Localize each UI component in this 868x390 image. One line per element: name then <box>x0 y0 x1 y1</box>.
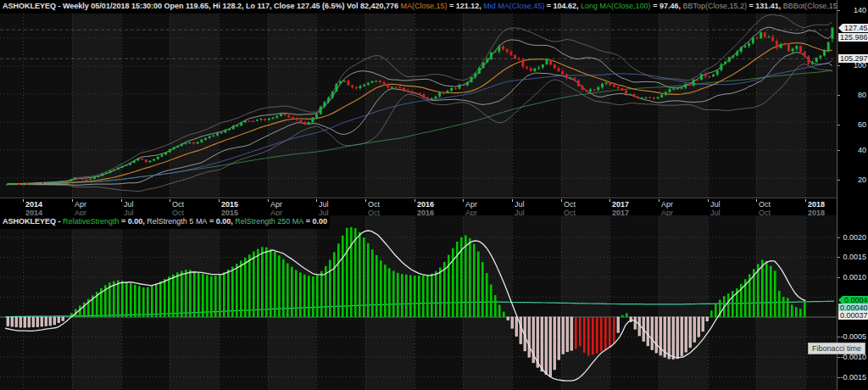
legend-segment: RelStrength 5 MA <box>147 217 207 226</box>
x-axis-label: Apr <box>270 200 282 209</box>
price-marker-box: 105.297 <box>838 54 868 63</box>
x-axis-tickmark <box>316 199 317 202</box>
x-axis-label: Jul <box>319 200 329 209</box>
x-axis-label-dim: 2017 <box>612 209 629 215</box>
x-axis-tickmark <box>170 199 170 202</box>
x-axis-tickmark <box>708 199 709 202</box>
x-axis-tickmark <box>659 199 659 202</box>
grid-layer <box>0 14 837 198</box>
x-axis-tickmark <box>805 199 806 202</box>
x-axis-label: 2016 <box>417 200 434 209</box>
indicator-chart-canvas <box>0 214 837 390</box>
x-axis-label: Oct <box>759 200 771 209</box>
x-axis-label-dim: Apr <box>465 209 477 215</box>
price-axis-tick: 60 <box>837 121 866 129</box>
price-chart-plot[interactable] <box>0 14 837 198</box>
x-axis-label-dim: Jul <box>710 209 721 215</box>
x-axis-label: Apr <box>465 200 477 209</box>
x-axis-label-dim: 2014 <box>25 209 42 215</box>
x-axis-label-dim: Apr <box>75 209 86 215</box>
x-axis-label-dim: Oct <box>368 209 380 215</box>
legend-segment: = 0.00 <box>303 217 327 226</box>
x-axis-tickmark <box>365 199 366 202</box>
time-axis[interactable]: 2014AprJulOct2015AprJulOct2016AprJulOct2… <box>0 198 837 215</box>
x-axis-label: Oct <box>172 200 184 209</box>
price-axis-tick: 80 <box>837 92 866 99</box>
x-axis-label-dim: Oct <box>564 209 576 215</box>
x-axis-tickmark <box>121 199 122 202</box>
indicator-axis-tick: -0.0015 <box>837 374 866 382</box>
indicator-axis-tick: 0.0010 <box>837 274 866 281</box>
x-axis-label: Apr <box>75 200 86 209</box>
x-axis-label-dim: Jul <box>124 209 134 215</box>
legend-segment: Long MA(Close,100) <box>581 2 651 10</box>
x-axis-label-dim: 2016 <box>417 209 434 215</box>
x-axis-label-dim: Apr <box>661 209 673 215</box>
legend-segment: = 121.12, <box>447 2 483 10</box>
legend-segment: = 0.00, <box>120 217 147 226</box>
price-marker-box: 127.45 <box>843 24 868 32</box>
legend-segment: BBBot(Close,15,2) <box>783 2 837 10</box>
legend-segment: ASHOKLEYEQ - <box>3 217 63 226</box>
price-axis-tick: 20 <box>837 176 866 184</box>
x-axis-tickmark <box>268 199 269 202</box>
x-axis-label: 2018 <box>808 200 825 209</box>
x-axis-label-dim: Apr <box>270 209 282 215</box>
x-axis-label: Jul <box>515 200 525 209</box>
legend-segment: ASHOKLEYEQ - Weekly 05/01/2018 15:30:00 … <box>3 2 400 10</box>
x-axis-label-dim: Oct <box>172 209 184 215</box>
legend-segment: RelStrength 250 MA <box>235 217 303 226</box>
x-axis-label: Oct <box>564 200 576 209</box>
bbtop-outer-line <box>8 14 832 184</box>
legend-segment: MA(Close,15) <box>400 2 447 10</box>
x-axis-label: Apr <box>661 200 673 209</box>
x-axis-label: 2014 <box>25 200 42 209</box>
indicator-chart-legend: ASHOKLEYEQ - RelativeStrength = 0.00, Re… <box>0 215 330 229</box>
x-axis-label: 2015 <box>221 200 238 209</box>
price-axis-tick: 40 <box>837 147 866 154</box>
indicator-axis-tick: -0.0010 <box>837 354 866 361</box>
legend-segment: = 97.46, <box>651 2 683 10</box>
x-axis-label-dim: 2018 <box>808 209 825 215</box>
indicator-axis-tick: 0.0020 <box>837 234 866 242</box>
x-axis-label-dim: Jul <box>319 209 329 215</box>
legend-segment: = 131.41, <box>747 2 783 10</box>
fibonacci-time-tooltip: Fibonacci time <box>808 343 865 354</box>
x-axis-tickmark <box>756 199 757 202</box>
x-axis-tickmark <box>219 199 220 202</box>
indicator-axis-tick: 0.0015 <box>837 254 866 261</box>
legend-segment: BBTop(Close,15,2) <box>682 2 747 10</box>
x-axis-tickmark <box>415 199 415 202</box>
x-axis-label-dim: Jul <box>515 209 525 215</box>
x-axis-label: Jul <box>124 200 134 209</box>
x-axis-tickmark <box>72 199 73 202</box>
x-axis-label-dim: Oct <box>759 209 771 215</box>
x-axis-tickmark <box>463 199 464 202</box>
histogram-bars-layer <box>7 227 806 377</box>
legend-segment: Mid MA(Close,45) <box>483 2 544 10</box>
legend-segment: = 0.00, <box>207 217 235 226</box>
x-axis-tickmark <box>609 199 610 202</box>
indicator-value-marker-box: 0.00037 <box>838 311 868 320</box>
price-axis-tick: 140 <box>837 7 866 14</box>
price-axis[interactable]: 140100806040200.00200.00150.0010-0.0005-… <box>837 0 868 390</box>
x-axis-tickmark <box>23 199 24 202</box>
price-axis-tick: 100 <box>837 62 866 70</box>
x-axis-label: 2017 <box>612 200 629 209</box>
x-axis-label: Jul <box>710 200 721 209</box>
x-axis-label: Oct <box>368 200 380 209</box>
x-axis-tickmark <box>561 199 562 202</box>
time-axis-dim-row: 2014AprJulOct2015AprJulOct2016AprJulOct2… <box>0 209 837 215</box>
indicator-axis-tick: -0.0005 <box>837 333 866 341</box>
price-marker-box: 125.986 <box>838 33 868 42</box>
top-chart-legend: ASHOKLEYEQ - Weekly 05/01/2018 15:30:00 … <box>0 0 837 14</box>
x-axis-tickmark <box>512 199 513 202</box>
charting-app-window: ASHOKLEYEQ - Weekly 05/01/2018 15:30:00 … <box>0 0 868 390</box>
price-chart-canvas <box>0 14 837 198</box>
legend-segment: RelativeStrength <box>63 217 120 226</box>
indicator-chart-plot[interactable] <box>0 214 837 390</box>
candles-layer <box>6 26 833 185</box>
x-axis-label-dim: 2015 <box>221 209 238 215</box>
legend-segment: = 104.62, <box>544 2 581 10</box>
